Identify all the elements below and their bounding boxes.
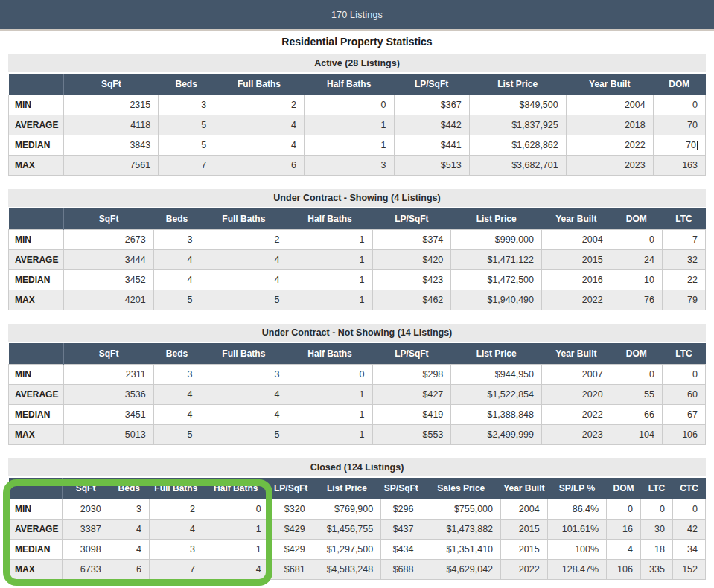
stat-cell: 2007 xyxy=(542,365,611,385)
stat-cell: 2004 xyxy=(542,230,611,250)
stat-value: $4,629,042 xyxy=(446,564,493,575)
table-row-min: MIN2311330$298$944,950200700 xyxy=(9,365,706,385)
stat-value: 1 xyxy=(256,544,261,555)
stat-value: $419 xyxy=(423,409,444,420)
stat-cell: 24 xyxy=(611,250,662,270)
table-row-min: MIN2315320$367$849,50020040 xyxy=(9,95,706,115)
stat-value: $437 xyxy=(393,524,414,534)
column-header-year-built: Year Built xyxy=(501,478,548,499)
active-table: SqFtBedsFull BathsHalf BathsLP/SqFtList … xyxy=(8,74,706,176)
stat-cell: $1,628,862 xyxy=(469,135,566,156)
stat-value: 2022 xyxy=(625,140,646,150)
stat-value: $1,297,500 xyxy=(327,544,374,555)
stat-value: 3536 xyxy=(125,389,146,400)
stat-value: $296 xyxy=(393,504,414,514)
stat-value: 7 xyxy=(692,234,698,245)
stat-cell: 1 xyxy=(287,405,372,425)
corner-cell xyxy=(9,74,64,95)
stat-value: 70 xyxy=(686,140,696,150)
stat-value: 2023 xyxy=(625,160,646,170)
stat-value: 66 xyxy=(644,409,654,420)
column-header-beds: Beds xyxy=(109,478,149,499)
stat-value: 2022 xyxy=(582,295,603,305)
stat-value: 10 xyxy=(644,275,654,285)
stat-cell: 2022 xyxy=(566,135,653,156)
stat-cell: 1 xyxy=(203,540,269,560)
stat-cell: 3451 xyxy=(63,405,153,425)
header-row: SqFtBedsFull BathsHalf BathsLP/SqFtList … xyxy=(9,208,706,230)
table-row-average: AVERAGE3444441$420$1,471,12220152432 xyxy=(9,250,706,270)
table-row-average: AVERAGE3536441$427$1,522,85420205560 xyxy=(9,385,706,405)
stat-value: 3 xyxy=(187,369,192,380)
stat-value: 3 xyxy=(201,100,206,110)
stat-value: 4 xyxy=(187,409,192,420)
stat-cell: $298 xyxy=(372,365,451,385)
stat-value: $1,351,410 xyxy=(446,544,493,555)
stats-section-under-contract-not-showing: Under Contract - Not Showing (14 Listing… xyxy=(8,324,706,445)
stat-cell: $1,351,410 xyxy=(421,540,501,560)
stat-cell: 5 xyxy=(159,115,214,135)
stat-value: 3 xyxy=(187,234,192,245)
row-label: MAX xyxy=(9,560,63,580)
stat-cell: 3098 xyxy=(63,540,109,560)
stat-value: $4,583,248 xyxy=(327,564,374,575)
stat-value: 7 xyxy=(190,564,195,575)
stat-cell: 1 xyxy=(287,230,372,250)
stat-value: 1 xyxy=(381,120,386,130)
stat-value: 4 xyxy=(274,409,279,420)
stat-cell: $688 xyxy=(381,560,421,580)
stat-cell: 0 xyxy=(672,499,705,520)
stat-value: $688 xyxy=(393,564,414,575)
column-header-sp-sqft: SP/SqFt xyxy=(381,478,421,499)
stat-cell: 2022 xyxy=(542,405,611,425)
stat-value: $298 xyxy=(423,369,444,380)
stat-cell: 76 xyxy=(611,290,662,310)
stat-cell: 101.61% xyxy=(547,520,606,540)
column-header-ctc: CTC xyxy=(672,478,705,499)
stat-cell: $429 xyxy=(269,520,313,540)
stat-value: 4118 xyxy=(130,120,150,130)
stat-value: $1,472,500 xyxy=(487,275,534,285)
row-label: MAX xyxy=(9,425,64,445)
stat-value: 1 xyxy=(360,389,365,400)
stat-cell: $423 xyxy=(372,270,451,290)
column-header-ltc: LTC xyxy=(662,343,705,365)
stat-value: 0 xyxy=(628,504,633,514)
stat-cell: 2673 xyxy=(63,230,153,250)
stat-cell: 4 xyxy=(149,520,203,540)
stat-value: 1 xyxy=(360,234,365,245)
table-row-min: MIN2673321$374$999,000200407 xyxy=(9,230,706,250)
stat-value: 5 xyxy=(274,295,279,305)
stat-value: 2015 xyxy=(519,544,540,555)
stat-cell: 0 xyxy=(611,365,662,385)
stat-cell: 2022 xyxy=(501,560,548,580)
stat-cell: 2015 xyxy=(542,250,611,270)
stat-value: 7561 xyxy=(130,160,150,170)
stat-cell: 1 xyxy=(203,520,269,540)
stat-cell: 42 xyxy=(672,520,705,540)
stat-value: $1,388,848 xyxy=(487,409,534,420)
stat-cell: $513 xyxy=(394,156,469,176)
stat-cell[interactable]: 70 xyxy=(653,135,705,156)
stat-value: 3451 xyxy=(125,409,146,420)
closed-table: SqFtBedsFull BathsHalf BathsLP/SqFtList … xyxy=(8,478,706,580)
column-header-ltc: LTC xyxy=(662,208,705,230)
row-label: AVERAGE xyxy=(9,250,64,270)
stat-value: 2015 xyxy=(582,255,603,265)
column-header-dom: DOM xyxy=(611,343,662,365)
table-title-under-contract-showing: Under Contract - Showing (4 Listings) xyxy=(8,189,706,207)
stat-cell: $944,950 xyxy=(451,365,542,385)
stat-cell: $4,629,042 xyxy=(421,560,501,580)
stat-value: $367 xyxy=(441,100,462,110)
stat-cell: 2004 xyxy=(501,499,548,520)
stat-value: 3 xyxy=(136,504,141,514)
stat-value: 67 xyxy=(687,409,698,420)
stat-value: 4 xyxy=(256,564,261,575)
stat-cell: 3387 xyxy=(63,520,109,540)
row-label: MEDIAN xyxy=(9,135,64,156)
column-header-sp-lp: SP/LP % xyxy=(547,478,606,499)
stat-cell: 4 xyxy=(153,270,200,290)
stat-cell: 2 xyxy=(149,499,203,520)
stat-value: 106 xyxy=(682,429,698,440)
stat-value: 6 xyxy=(291,160,296,170)
